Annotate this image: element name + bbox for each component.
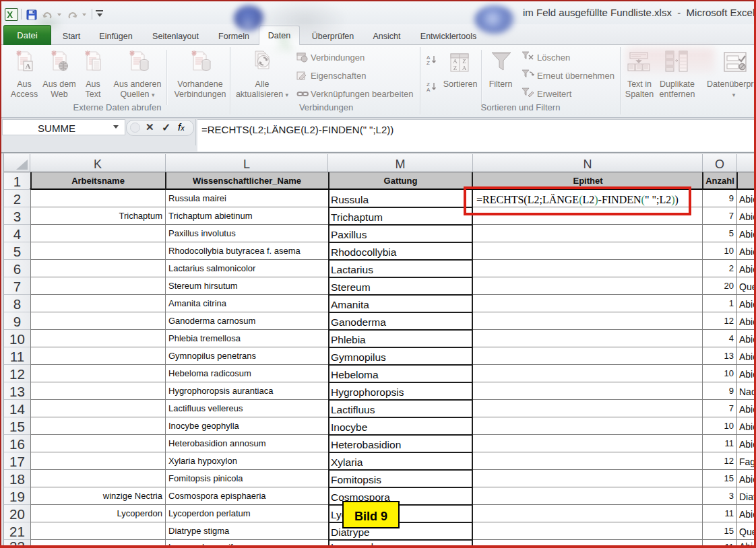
svg-text:A: A	[427, 87, 431, 93]
svg-text:A: A	[26, 62, 31, 70]
svg-text:Z: Z	[453, 65, 458, 71]
svg-text:Z: Z	[427, 60, 430, 66]
svg-text:A: A	[453, 58, 458, 65]
svg-text:Z: Z	[462, 58, 466, 65]
svg-text:A: A	[462, 65, 467, 71]
